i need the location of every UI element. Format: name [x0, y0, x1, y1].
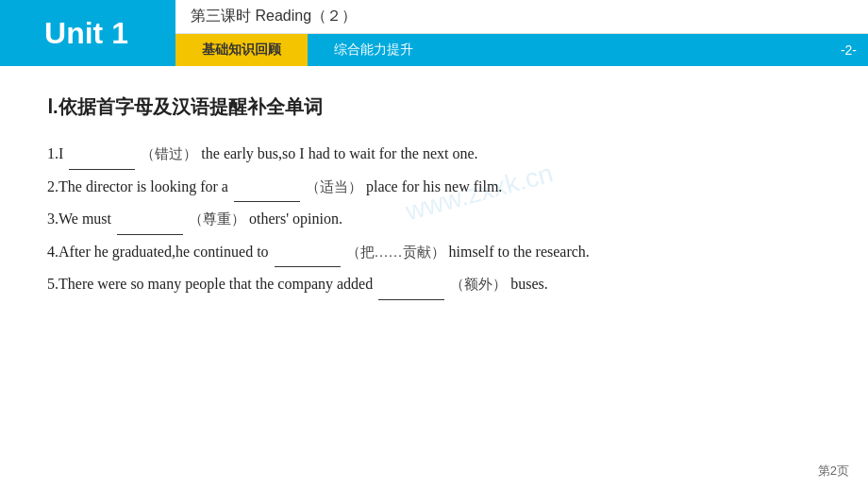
lesson-title-text: 第三课时 Reading（２）	[191, 7, 357, 26]
unit-title-box: Unit 1	[0, 0, 173, 66]
tabs-bar: 基础知识回顾 综合能力提升 -2-	[175, 34, 868, 66]
lesson-title-bar: 第三课时 Reading（２）	[175, 0, 868, 34]
page-number: -2-	[841, 42, 857, 58]
page-footer: 第2页	[818, 463, 849, 480]
q2-before: 2.The director is looking for a	[47, 178, 228, 194]
header-right: 第三课时 Reading（２） 基础知识回顾 综合能力提升 -2-	[173, 0, 868, 66]
header: Unit 1 第三课时 Reading（２） 基础知识回顾 综合能力提升 -2-	[0, 0, 868, 66]
q4-hint: （把……贡献）	[346, 244, 445, 260]
question-3: 3.We must （尊重） others' opinion.	[47, 202, 821, 235]
footer-page-label: 第2页	[818, 464, 849, 478]
q3-blank	[117, 202, 183, 235]
tab-active-review[interactable]: 基础知识回顾	[175, 34, 308, 66]
tab-inactive-ability[interactable]: 综合能力提升	[308, 34, 440, 66]
q5-blank	[378, 267, 444, 300]
question-1: 1.I （错过） the early bus,so I had to wait …	[47, 137, 821, 170]
q5-hint: （额外）	[450, 277, 507, 292]
q1-blank	[69, 137, 135, 170]
section-title: Ⅰ.依据首字母及汉语提醒补全单词	[47, 94, 821, 120]
q5-before: 5.There were so many people that the com…	[47, 276, 373, 292]
q3-after: others' opinion.	[249, 211, 342, 227]
question-2: 2.The director is looking for a （适当） pla…	[47, 170, 821, 203]
q4-blank	[275, 235, 341, 268]
q1-hint: （错过）	[141, 146, 197, 161]
q4-after: himself to the research.	[449, 244, 590, 260]
questions-list: 1.I （错过） the early bus,so I had to wait …	[47, 137, 821, 300]
q3-hint: （尊重）	[189, 211, 245, 227]
unit-title: Unit 1	[44, 16, 128, 51]
q2-hint: （适当）	[306, 179, 362, 194]
question-4: 4.After he graduated,he continued to （把……	[47, 235, 821, 268]
question-5: 5.There were so many people that the com…	[47, 267, 821, 300]
q5-after: buses.	[510, 276, 548, 292]
main-content: www.zxxk.cn Ⅰ.依据首字母及汉语提醒补全单词 1.I （错过） th…	[0, 66, 868, 319]
q4-before: 4.After he graduated,he continued to	[47, 244, 269, 260]
q1-before: 1.I	[47, 145, 63, 161]
q2-blank	[234, 170, 300, 203]
q3-before: 3.We must	[47, 211, 111, 227]
q2-after: place for his new film.	[366, 178, 502, 194]
q1-after: the early bus,so I had to wait for the n…	[201, 145, 477, 161]
